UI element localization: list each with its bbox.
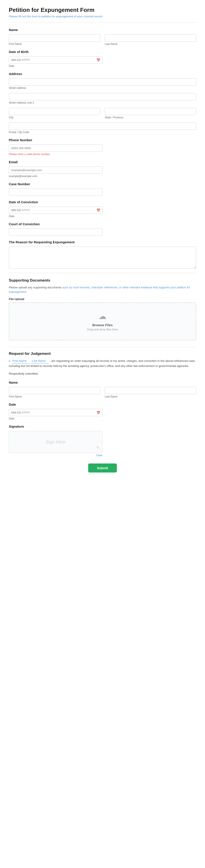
case-number-section-title: Case Number bbox=[9, 182, 196, 186]
first-name-label: First Name bbox=[9, 42, 100, 45]
email-group: example@example.com bbox=[9, 166, 103, 178]
street2-input[interactable] bbox=[9, 93, 196, 100]
dob-label: Date bbox=[9, 64, 103, 67]
first-name-input[interactable] bbox=[9, 34, 100, 41]
drag-drop-text: Drag and drop files here bbox=[14, 328, 191, 331]
name-row: First Name Last Name bbox=[9, 34, 196, 45]
reason-section-title: The Reason for Requesting Expungement bbox=[9, 240, 196, 244]
street-group: Street Address bbox=[9, 78, 196, 90]
submit-container: Submit bbox=[9, 463, 196, 472]
request-first-name-inline: First Name bbox=[12, 359, 29, 364]
last-name-col: Last Name bbox=[105, 34, 196, 45]
phone-error: Please enter a valid phone number. bbox=[9, 153, 196, 156]
case-number-input[interactable] bbox=[9, 188, 103, 196]
zip-input[interactable] bbox=[9, 123, 196, 130]
email-input[interactable] bbox=[9, 166, 103, 174]
sig-name-row: First Name Last Name bbox=[9, 387, 196, 398]
court-group bbox=[9, 228, 103, 236]
case-number-group bbox=[9, 188, 103, 196]
zip-group: Postal / Zip Code bbox=[9, 123, 196, 134]
pen-icon: ✎ bbox=[96, 445, 100, 450]
clear-signature-button[interactable]: Clear bbox=[9, 454, 103, 457]
sig-last-name-label: Last Name bbox=[105, 395, 196, 398]
upload-cloud-icon: ☁ bbox=[14, 312, 191, 321]
dob-input[interactable] bbox=[9, 56, 103, 64]
dob-date-wrapper: 📅 bbox=[9, 56, 103, 64]
conviction-date-group: 📅 Date bbox=[9, 207, 103, 218]
sig-first-name-input[interactable] bbox=[9, 387, 100, 394]
signature-section-title: Signature bbox=[9, 425, 196, 428]
conviction-date-wrapper: 📅 bbox=[9, 207, 103, 214]
reason-textarea[interactable] bbox=[9, 247, 196, 269]
city-label: City bbox=[9, 116, 100, 119]
state-input[interactable] bbox=[105, 108, 196, 115]
file-upload-label: File Upload bbox=[9, 298, 196, 301]
request-i: I, bbox=[9, 359, 10, 363]
city-state-row: City State / Province bbox=[9, 108, 196, 119]
email-section-title: Email bbox=[9, 160, 196, 164]
zip-label: Postal / Zip Code bbox=[9, 131, 196, 134]
conviction-date-section-title: Date of Conviction bbox=[9, 200, 196, 204]
city-col: City bbox=[9, 108, 100, 119]
signature-group: Sign Here ✎ Clear bbox=[9, 431, 103, 457]
street2-group: Street Address Line 2 bbox=[9, 93, 196, 104]
sig-first-name-label: First Name bbox=[9, 395, 100, 398]
divider-3 bbox=[9, 347, 196, 347]
sig-date-input[interactable] bbox=[9, 409, 103, 416]
sig-last-name-col: Last Name bbox=[105, 387, 196, 398]
supporting-docs-title: Supporting Documents bbox=[9, 278, 196, 283]
street2-label: Street Address Line 2 bbox=[9, 101, 196, 104]
conviction-date-label: Date bbox=[9, 215, 103, 218]
state-label: State / Province bbox=[105, 116, 196, 119]
sig-date-section-title: Date bbox=[9, 403, 196, 406]
sig-last-name-input[interactable] bbox=[105, 387, 196, 394]
signature-canvas[interactable]: Sign Here ✎ bbox=[9, 431, 103, 453]
city-input[interactable] bbox=[9, 108, 100, 115]
address-section-title: Address bbox=[9, 72, 196, 76]
divider-2 bbox=[9, 273, 196, 273]
request-last-name-inline: Last Name bbox=[31, 359, 49, 364]
request-section: Request for Judgement I, First Name Last… bbox=[9, 347, 196, 375]
first-name-col: First Name bbox=[9, 34, 100, 45]
phone-group: Please enter a valid phone number. bbox=[9, 145, 196, 156]
request-para: I, First Name Last Name , am requesting … bbox=[9, 359, 196, 368]
dob-group: 📅 Date bbox=[9, 56, 103, 67]
file-upload-area[interactable]: ☁ Browse Files Drag and drop files here bbox=[9, 303, 196, 340]
street-label: Street Address bbox=[9, 87, 196, 90]
respectfully-text: Respectfully submitted, bbox=[9, 372, 196, 375]
dob-section-title: Date of Birth bbox=[9, 50, 196, 54]
submit-button[interactable]: Submit bbox=[88, 463, 117, 472]
reason-group bbox=[9, 247, 196, 269]
sig-date-group: 📅 Date bbox=[9, 409, 103, 420]
browse-files-text: Browse Files bbox=[14, 323, 191, 327]
phone-input[interactable] bbox=[9, 145, 103, 152]
sig-date-label: Date bbox=[9, 417, 103, 420]
supporting-docs-link1: such as court records, character referen… bbox=[9, 286, 190, 293]
page-title: Petition for Expungement Form bbox=[9, 7, 196, 13]
conviction-date-input[interactable] bbox=[9, 207, 103, 214]
court-input[interactable] bbox=[9, 228, 103, 236]
supporting-docs-desc: Please upload any supporting documents s… bbox=[9, 285, 196, 294]
page-subtitle: Please fill out this form to petition fo… bbox=[9, 15, 196, 18]
street-input[interactable] bbox=[9, 78, 196, 86]
name-section-title: Name bbox=[9, 28, 196, 32]
last-name-label: Last Name bbox=[105, 42, 196, 45]
sign-here-text: Sign Here bbox=[46, 439, 66, 444]
sig-date-wrapper: 📅 bbox=[9, 409, 103, 416]
sig-first-name-col: First Name bbox=[9, 387, 100, 398]
sig-name-section-title: Name bbox=[9, 380, 196, 384]
last-name-input[interactable] bbox=[105, 34, 196, 41]
phone-section-title: Phone Number bbox=[9, 138, 196, 142]
email-placeholder-label: example@example.com bbox=[9, 175, 103, 178]
request-section-title: Request for Judgement bbox=[9, 351, 196, 356]
court-section-title: Court of Conviction bbox=[9, 222, 196, 226]
state-col: State / Province bbox=[105, 108, 196, 119]
